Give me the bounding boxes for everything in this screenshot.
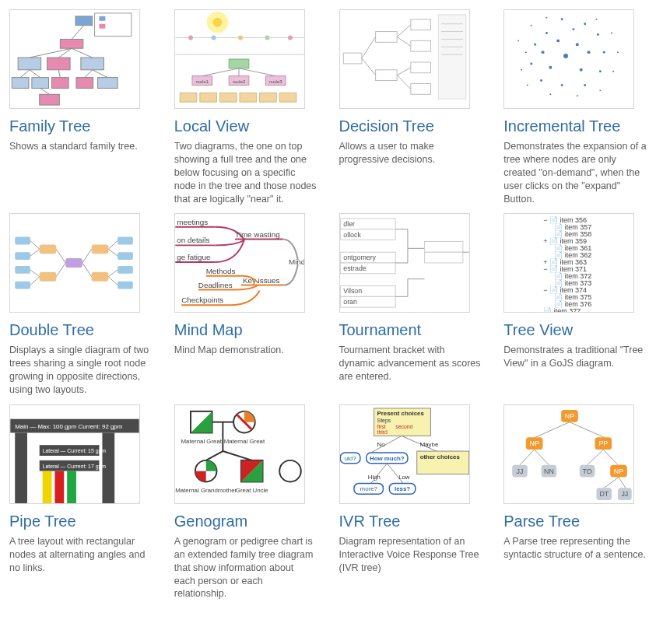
- svg-text:Methods: Methods: [205, 267, 235, 275]
- svg-rect-1: [100, 16, 106, 21]
- svg-rect-167: [54, 471, 64, 503]
- svg-text:node2: node2: [233, 79, 245, 84]
- svg-line-181: [223, 451, 251, 460]
- title-tree-view[interactable]: Tree View: [503, 320, 647, 339]
- svg-point-86: [584, 23, 586, 25]
- svg-line-20: [85, 70, 93, 78]
- svg-rect-8: [81, 58, 104, 70]
- title-parse-tree[interactable]: Parse Tree: [503, 512, 647, 530]
- svg-line-119: [30, 250, 40, 257]
- svg-point-75: [588, 51, 591, 54]
- svg-line-122: [108, 241, 118, 250]
- svg-point-81: [561, 84, 563, 86]
- card-parse-tree: NP NP PP JJ NN TO NP DT JJ Parse Tree A …: [503, 404, 647, 600]
- svg-line-11: [72, 48, 93, 58]
- card-mind-map: meetings on details ge fatigue Time wast…: [174, 213, 317, 397]
- svg-rect-44: [240, 93, 257, 102]
- svg-line-59: [397, 25, 411, 37]
- svg-text:third: third: [377, 429, 388, 435]
- svg-rect-14: [51, 78, 68, 89]
- svg-text:DT: DT: [600, 490, 609, 498]
- svg-text:ge fatigue: ge fatigue: [177, 253, 211, 261]
- svg-point-32: [288, 35, 293, 40]
- svg-point-84: [603, 51, 605, 54]
- svg-line-217: [588, 450, 604, 465]
- thumb-family-tree[interactable]: [9, 9, 140, 109]
- thumb-parse-tree[interactable]: NP NP PP JJ NN TO NP DT JJ: [503, 404, 634, 504]
- svg-rect-168: [67, 471, 76, 503]
- card-family-tree: Family Tree Shows a standard family tree…: [9, 9, 153, 205]
- thumb-incremental-tree[interactable]: [503, 9, 634, 109]
- title-pipe-tree[interactable]: Pipe Tree: [9, 512, 153, 530]
- svg-line-19: [58, 70, 60, 78]
- desc-tournament: Tournament bracket with dynamic advancem…: [339, 344, 482, 383]
- title-mind-map[interactable]: Mind Map: [174, 320, 317, 339]
- svg-point-97: [596, 19, 598, 20]
- svg-point-98: [546, 17, 548, 19]
- svg-text:Deadlines: Deadlines: [198, 281, 233, 289]
- thumb-genogram[interactable]: Maternal Great Maternal Great Maternal G…: [174, 404, 305, 504]
- title-decision-tree[interactable]: Decision Tree: [339, 117, 482, 135]
- thumb-tournament[interactable]: dler ollock ontgomery estrade Vilson ora…: [339, 213, 470, 313]
- svg-line-120: [30, 270, 40, 277]
- svg-rect-41: [180, 93, 197, 102]
- svg-line-5: [72, 26, 84, 40]
- svg-rect-111: [15, 253, 30, 261]
- thumb-mind-map[interactable]: meetings on details ge fatigue Time wast…: [174, 213, 305, 313]
- svg-rect-52: [375, 70, 397, 81]
- svg-text:Maternal Grandmother: Maternal Grandmother: [175, 487, 237, 494]
- svg-text:Maternal Great: Maternal Great: [181, 438, 222, 445]
- svg-rect-117: [118, 282, 133, 289]
- thumb-decision-tree[interactable]: [339, 9, 470, 109]
- desc-decision-tree: Allows a user to make progressive decisi…: [339, 140, 482, 166]
- svg-text:Time wasting: Time wasting: [235, 230, 280, 239]
- svg-text:node1: node1: [195, 79, 208, 84]
- desc-double-tree: Displays a single diagram of two trees s…: [9, 344, 153, 397]
- svg-line-109: [82, 263, 92, 277]
- svg-point-100: [517, 40, 519, 41]
- thumb-ivr-tree[interactable]: Present choices Steps first second third…: [339, 404, 470, 504]
- thumb-tree-view[interactable]: − 📄 item 356 📄 item 357 📄 item 358 + 📄 i…: [503, 213, 634, 313]
- svg-line-210: [570, 422, 604, 438]
- title-genogram[interactable]: Genogram: [174, 512, 317, 530]
- svg-text:NP: NP: [614, 467, 623, 474]
- svg-line-108: [82, 250, 92, 264]
- svg-text:meetings: meetings: [177, 218, 208, 226]
- title-double-tree[interactable]: Double Tree: [9, 320, 153, 339]
- svg-line-40: [239, 68, 275, 76]
- title-local-view[interactable]: Local View: [174, 117, 317, 135]
- svg-point-85: [597, 33, 599, 36]
- svg-text:Maternal Great: Maternal Great: [223, 438, 265, 445]
- svg-line-23: [40, 88, 50, 94]
- svg-rect-12: [12, 78, 29, 89]
- svg-point-95: [617, 51, 619, 53]
- svg-rect-50: [343, 53, 362, 64]
- title-tournament[interactable]: Tournament: [339, 320, 482, 339]
- svg-line-118: [30, 241, 40, 250]
- svg-line-227: [605, 477, 619, 488]
- svg-line-38: [202, 68, 239, 76]
- svg-rect-101: [65, 258, 82, 268]
- svg-text:other choices: other choices: [419, 453, 460, 460]
- svg-rect-113: [15, 282, 30, 289]
- svg-rect-45: [259, 93, 276, 102]
- svg-text:second: second: [395, 423, 412, 429]
- title-family-tree[interactable]: Family Tree: [9, 117, 153, 135]
- svg-line-54: [361, 58, 375, 75]
- desc-parse-tree: A Parse tree representing the syntactic …: [503, 535, 647, 562]
- thumb-pipe-tree[interactable]: Main — Max: 100 gpm Current: 92 gpm Late…: [9, 404, 140, 504]
- samples-grid: Family Tree Shows a standard family tree…: [9, 9, 647, 600]
- svg-rect-57: [410, 62, 430, 73]
- svg-point-70: [557, 39, 560, 42]
- title-incremental-tree[interactable]: Incremental Tree: [503, 117, 647, 135]
- thumb-local-view[interactable]: node1 node2 node3: [174, 9, 305, 109]
- svg-point-29: [211, 35, 216, 40]
- svg-point-91: [550, 93, 552, 95]
- svg-point-79: [531, 62, 533, 65]
- desc-incremental-tree: Demonstrates the expansion of a tree whe…: [503, 140, 647, 205]
- svg-rect-15: [76, 78, 93, 89]
- svg-text:Low: Low: [398, 473, 410, 480]
- card-local-view: node1 node2 node3 Local View Two diagram…: [174, 9, 317, 205]
- thumb-double-tree[interactable]: [9, 213, 140, 313]
- title-ivr-tree[interactable]: IVR Tree: [339, 512, 482, 530]
